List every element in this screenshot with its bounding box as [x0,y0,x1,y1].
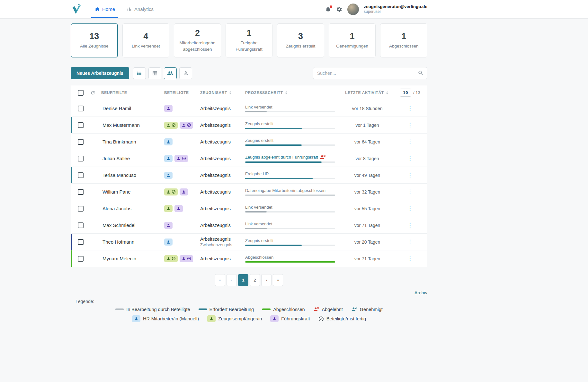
stat-card-1[interactable]: 4 Link versendet [122,23,170,57]
row-menu-button[interactable]: ⋮ [405,239,415,245]
notifications-button[interactable] [325,6,331,13]
stat-value: 1 [246,28,251,38]
row-checkbox[interactable] [78,106,84,111]
beurteilte-name: Max Schmiedel [101,222,164,228]
search-input[interactable] [313,67,427,79]
stat-card-3[interactable]: 1 Freigabe Führungskraft [226,23,273,57]
row-checkbox[interactable] [78,122,84,128]
progress-bar [245,211,335,213]
column-zeugnisart[interactable]: ZEUGNISART [200,91,245,95]
search [313,67,427,79]
process-label: Dateneingabe Mitarbeiter/in abgeschlosse… [245,188,325,193]
table-view-button[interactable] [148,67,161,79]
stats-cards: 13 Alle Zeugnisse4 Link versendet2 Mitar… [71,23,427,57]
hr-badge [164,138,173,145]
stat-card-5[interactable]: 1 Genehmigungen [329,23,376,57]
page-1-button[interactable]: 1 [238,274,248,286]
prozessschritt-cell: Zeugnis erstellt [245,121,342,129]
page-2-button[interactable]: 2 [250,274,260,286]
prozessschritt-cell: Link versendet [245,221,342,229]
row-menu-button[interactable]: ⋮ [405,155,415,162]
legend-item: Genehmigt [351,307,383,312]
row-checkbox[interactable] [78,256,84,262]
row-checkbox[interactable] [78,222,84,228]
certificates-table: BEURTEILTE BETEILIGTE ZEUGNISART PROZESS… [71,85,427,267]
column-letzte-aktivitaet[interactable]: LETZTE AKTIVITÄT [342,91,393,95]
letzte-aktivitaet: vor 55 Tagen [342,206,393,211]
person-icon [182,190,186,194]
progress-bar [245,195,335,196]
row-checkbox[interactable] [78,139,84,145]
stat-label: Abgeschlossen [389,43,419,49]
table-icon [152,70,158,76]
table-row: Myriam Melecio Arbeitszeugnis Abgeschlos… [71,250,427,267]
person-icon [176,206,181,211]
page-last-button[interactable]: » [273,274,283,286]
page-first-button[interactable]: « [215,274,225,286]
settings-button[interactable] [336,6,343,13]
person-icon [166,123,171,127]
sort-icon[interactable] [385,91,389,95]
letzte-aktivitaet: vor 8 Tagen [342,156,393,161]
row-menu-button[interactable]: ⋮ [405,205,415,212]
row-menu-button[interactable]: ⋮ [405,172,415,178]
select-all-checkbox[interactable] [78,90,84,96]
person-icon [182,123,186,127]
prozessschritt-cell: Dateneingabe Mitarbeiter/in abgeschlosse… [245,188,342,196]
row-checkbox[interactable] [78,156,84,161]
row-checkbox[interactable] [78,239,84,245]
person-icon [166,256,171,261]
sort-icon[interactable] [284,91,289,95]
row-menu-button[interactable]: ⋮ [405,122,415,128]
row-checkbox[interactable] [78,189,84,195]
zeugnisart-cell: Arbeitszeugnis [200,103,245,114]
bar-swatch [199,308,207,310]
legend-item: In Bearbeitung durch Beteiligte [115,307,190,312]
beteiligte-badges [164,155,200,162]
page-prev-button[interactable]: ‹ [227,274,237,286]
progress-bar [245,245,335,246]
stat-card-4[interactable]: 3 Zeugnis erstellt [277,23,324,57]
user-avatar[interactable] [347,4,359,15]
progress-bar [245,261,335,263]
stat-card-6[interactable]: 1 Abgeschlossen [380,23,427,57]
row-checkbox[interactable] [78,206,84,212]
nav-analytics[interactable]: Analytics [123,0,157,18]
process-label: Abgeschlossen [245,255,273,260]
row-menu-button[interactable]: ⋮ [405,188,415,195]
sort-icon[interactable] [228,91,233,95]
row-menu-button[interactable]: ⋮ [405,222,415,229]
row-menu-button[interactable]: ⋮ [405,255,415,262]
manager-badge [270,315,279,322]
row-checkbox[interactable] [78,172,84,178]
row-count: / 13 [413,90,420,95]
stat-value: 2 [195,28,200,38]
user-info: zeugnisgenerator@verlingo.de superuser [364,4,427,14]
participants-view-button[interactable] [164,67,177,79]
person-view-button[interactable] [179,67,192,79]
archive-link[interactable]: Archiv [414,290,427,295]
table-header: BEURTEILTE BETEILIGTE ZEUGNISART PROZESS… [71,85,427,100]
column-prozessschritt[interactable]: PROZESSSCHRITT [245,91,342,95]
person-icon [166,190,171,194]
new-certificate-button[interactable]: Neues Arbeitszeugnis [71,67,129,79]
page-size-selector[interactable]: 10 [400,89,411,97]
row-menu-button[interactable]: ⋮ [405,138,415,145]
process-label: Zeugnis erstellt [245,238,273,243]
person-icon [166,206,171,211]
stat-value: 1 [401,31,406,41]
stat-card-2[interactable]: 2 Mitarbeitereingabe abgeschlossen [174,23,221,57]
prozessschritt-cell: Zeugnis erstellt [245,138,342,146]
user-email: zeugnisgenerator@verlingo.de [364,4,427,10]
person-icon [166,240,171,244]
row-menu-button[interactable]: ⋮ [405,105,415,112]
table-row: Denise Ramil Arbeitszeugnis Link versend… [71,100,427,117]
beurteilte-name: Denise Ramil [101,106,164,111]
nav-home[interactable]: Home [91,0,118,18]
letzte-aktivitaet: vor 49 Tagen [342,173,393,178]
refresh-icon[interactable] [90,90,95,95]
page-next-button[interactable]: › [261,274,272,286]
person-x-icon [320,154,326,160]
stat-card-0[interactable]: 13 Alle Zeugnisse [71,23,118,57]
list-view-button[interactable] [133,67,146,79]
